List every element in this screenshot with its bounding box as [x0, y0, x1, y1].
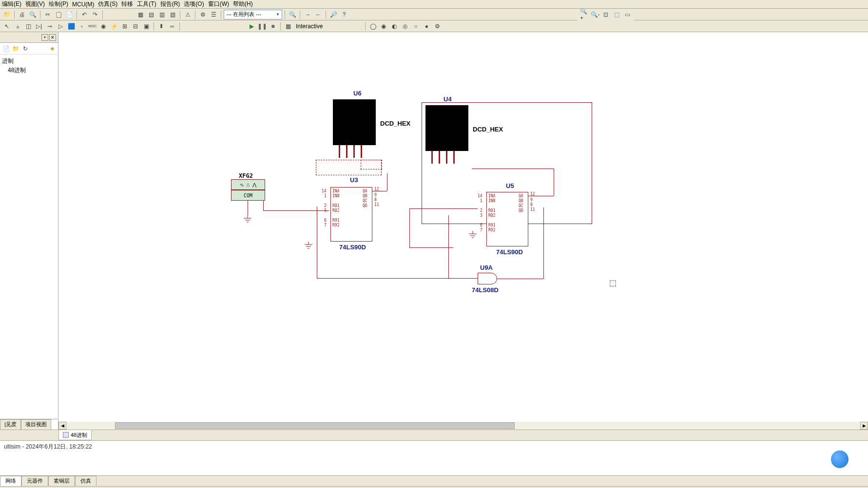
panel-header: ▾ ✕ [0, 32, 58, 43]
place-connector-button[interactable]: ⊟ [131, 21, 140, 31]
tab-copper[interactable]: 素铜层 [48, 476, 75, 486]
place-transistor-button[interactable]: ⊸ [45, 21, 55, 31]
star-icon[interactable]: ★ [48, 45, 56, 53]
probe-button-5[interactable]: ○ [411, 21, 421, 31]
u3-type-label: 74LS90D [339, 244, 366, 251]
interactive-toggle-icon[interactable]: ▦ [283, 21, 293, 31]
wire [353, 145, 355, 158]
xfg2-com[interactable]: COM [231, 190, 265, 201]
place-source-button[interactable]: ⏚ [13, 21, 22, 31]
place-bus-button[interactable]: ═ [167, 21, 177, 31]
probe-button-3[interactable]: ◐ [389, 21, 399, 31]
zoom-in-button[interactable]: 🔍+ [579, 10, 589, 19]
menu-options[interactable]: 选项(O) [184, 0, 204, 8]
menu-report[interactable]: 报告(R) [160, 0, 180, 8]
help-button[interactable]: ? [339, 10, 349, 19]
scroll-right-button[interactable]: ▶ [860, 422, 868, 430]
u9a-component[interactable] [478, 273, 497, 284]
link-forward-button[interactable]: → [303, 10, 312, 19]
menu-view[interactable]: 视图(V) [25, 0, 45, 8]
place-analog-button[interactable]: ▷ [56, 21, 65, 31]
window-cascade-button[interactable]: ▤ [146, 10, 156, 19]
wire [346, 145, 347, 158]
menu-help[interactable]: 帮助(H) [233, 0, 253, 8]
tab-visibility[interactable]: |见度 [0, 419, 21, 430]
design-tree[interactable]: 进制 48进制 [0, 55, 58, 419]
find-button[interactable]: 🔎 [328, 10, 338, 19]
assistant-badge-icon[interactable] [831, 450, 849, 468]
place-power-button[interactable]: ⚡ [109, 21, 119, 31]
place-ttl-button[interactable]: 🟦 [66, 21, 76, 31]
select-tool[interactable]: ↖ [2, 21, 12, 31]
place-basic-button[interactable]: ◫ [23, 21, 33, 31]
horizontal-scrollbar[interactable]: ◀ ▶ [58, 422, 868, 430]
netlist-button[interactable]: ⚙ [198, 10, 208, 19]
wire [263, 210, 329, 211]
menu-mcu[interactable]: MCU(M) [72, 1, 94, 8]
search-button[interactable]: 🔍 [288, 10, 297, 19]
u6-component[interactable] [333, 99, 376, 145]
xfg2-top[interactable]: ∿ ⎍ ⋀ [231, 179, 265, 190]
schematic-canvas[interactable]: U6 DCD_HEX U4 DCD_HEX XFG2 ∿ ⎍ ⋀ COM U3 … [58, 32, 868, 430]
probe-button-2[interactable]: ◉ [379, 21, 388, 31]
window-arrange-button[interactable]: ▥ [157, 10, 167, 19]
menu-transfer[interactable]: 转移 [121, 0, 133, 8]
panel-close-button[interactable]: ✕ [49, 34, 56, 41]
u9a-type-label: 74LS08D [472, 286, 499, 294]
new-folder-icon[interactable]: 📄 [2, 45, 10, 53]
stop-button[interactable]: ■ [268, 21, 278, 31]
link-back-button[interactable]: ← [313, 10, 323, 19]
place-diode-button[interactable]: ▷| [34, 21, 44, 31]
copy-button[interactable]: 📋 [54, 10, 63, 19]
probe-button-1[interactable]: ◯ [368, 21, 378, 31]
scroll-thumb[interactable] [115, 422, 515, 429]
place-misc-button[interactable]: MISC [88, 21, 97, 31]
place-hier-button[interactable]: ⬍ [156, 21, 166, 31]
inuse-list-combo[interactable]: --- 在用列表 --- ▼ [224, 10, 282, 19]
tab-project-view[interactable]: 项目视图 [21, 419, 51, 430]
bom-button[interactable]: ☰ [209, 10, 218, 19]
tree-child[interactable]: 48进制 [2, 66, 56, 75]
menu-tools[interactable]: 工具(T) [137, 0, 156, 8]
run-button[interactable]: ▶ [247, 21, 256, 31]
sheet-props-button[interactable]: ▧ [168, 10, 177, 19]
u4-component[interactable] [425, 105, 468, 151]
folder-icon[interactable]: 📁 [12, 45, 19, 53]
menu-draw[interactable]: 绘制(P) [49, 0, 68, 8]
print-button[interactable]: 🖨 [17, 10, 27, 19]
full-screen-button[interactable]: ▭ [622, 10, 632, 19]
print-preview-button[interactable]: 🔍 [28, 10, 38, 19]
scroll-left-button[interactable]: ◀ [58, 422, 66, 430]
sheet-tab-label: 48进制 [71, 432, 87, 439]
window-tile-button[interactable]: ▦ [135, 10, 145, 19]
probe-button-4[interactable]: ◎ [400, 21, 410, 31]
tab-network[interactable]: 网络 [0, 476, 21, 486]
probe-settings-button[interactable]: ⚙ [432, 21, 442, 31]
pause-button[interactable]: ❚❚ [257, 21, 267, 31]
tree-root[interactable]: 进制 [2, 56, 56, 66]
tab-components[interactable]: 元器件 [21, 476, 48, 486]
zoom-area-button[interactable]: ⬚ [612, 10, 621, 19]
cut-button[interactable]: ✂ [43, 10, 53, 19]
erc-button[interactable]: ⚠ [183, 10, 193, 19]
scroll-track[interactable] [66, 422, 860, 430]
zoom-out-button[interactable]: 🔍- [590, 10, 600, 19]
open-button[interactable]: 📁 [2, 10, 12, 19]
chevron-down-icon[interactable]: ▾ [41, 34, 48, 41]
refresh-icon[interactable]: ↻ [21, 45, 29, 53]
probe-button-6[interactable]: ● [422, 21, 431, 31]
menu-simulate[interactable]: 仿真(S) [98, 0, 117, 8]
paste-button[interactable]: 📄 [64, 10, 74, 19]
tab-simulation[interactable]: 仿真 [75, 476, 96, 486]
place-ladder-button[interactable]: ⊞ [120, 21, 130, 31]
sheet-tab-active[interactable]: 48进制 [58, 430, 92, 440]
place-cmos-button[interactable]: ▫ [77, 21, 87, 31]
menu-edit[interactable]: 编辑(E) [2, 0, 21, 8]
ground-icon [243, 215, 252, 224]
zoom-fit-button[interactable]: ⊡ [601, 10, 611, 19]
menu-window[interactable]: 窗口(W) [208, 0, 229, 8]
place-mcu-button[interactable]: ▣ [141, 21, 151, 31]
redo-button[interactable]: ↷ [90, 10, 100, 19]
place-indicator-button[interactable]: ◉ [98, 21, 108, 31]
undo-button[interactable]: ↶ [79, 10, 89, 19]
